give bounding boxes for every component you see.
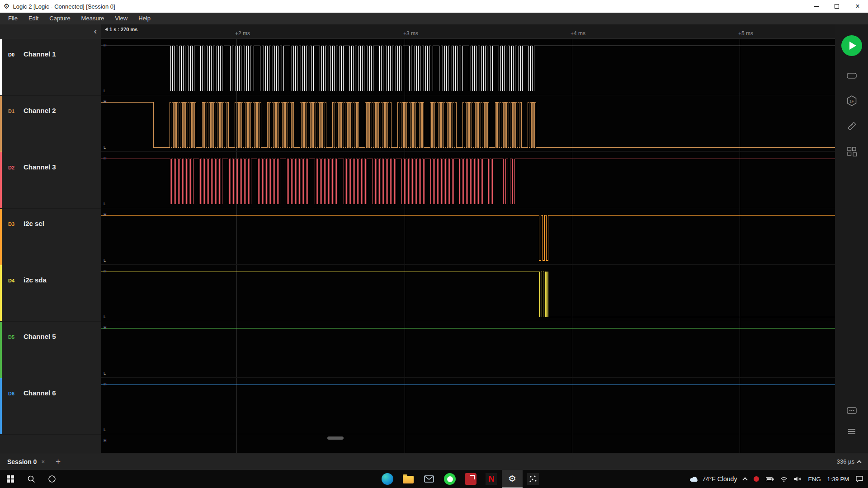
session-bar: Session 0 × + 336 µs (0, 453, 868, 470)
sidebar-header: ‹ (0, 24, 101, 39)
channel-item-2[interactable]: D1 Channel 2 (0, 95, 101, 152)
waveform-row-i2c-sda[interactable]: H L (101, 265, 835, 321)
waveform-row-channel-5[interactable]: H L (101, 321, 835, 378)
amd-icon (465, 473, 476, 485)
channel-color-strip (0, 39, 2, 95)
close-button[interactable]: × (847, 0, 868, 13)
right-toolbar: 1F (835, 24, 868, 453)
taskbar-app-mail[interactable] (419, 470, 439, 488)
chat-icon (846, 405, 858, 417)
hamburger-icon (846, 426, 858, 437)
channel-did: D0 (8, 52, 14, 57)
main-area: ‹ D0 Channel 1 D1 Channel 2 D2 Channel 3… (0, 24, 868, 453)
menu-file[interactable]: File (3, 13, 23, 24)
dots-app-icon (527, 473, 539, 485)
waveform-row-channel-3[interactable]: H L (101, 152, 835, 208)
channel-color-strip (0, 322, 2, 378)
high-marker: H (104, 325, 107, 330)
folder-icon (403, 476, 414, 483)
waveform-row-i2c-scl[interactable]: H L (101, 208, 835, 265)
channel-item-scl[interactable]: D3 i2c scl (0, 208, 101, 265)
menu-help[interactable]: Help (133, 13, 156, 24)
mail-icon (424, 475, 434, 483)
windows-taskbar: N ⚙ 74°F Cloudy (0, 470, 868, 488)
minimize-button[interactable] (806, 0, 826, 13)
channel-item-sda[interactable]: D4 i2c sda (0, 265, 101, 321)
taskbar-app-explorer[interactable] (398, 470, 419, 488)
search-button[interactable] (21, 470, 42, 488)
start-capture-button[interactable] (841, 35, 862, 56)
time-marker: +2 ms (235, 30, 250, 37)
session-tab-close-icon[interactable]: × (41, 458, 45, 465)
channel-item-1[interactable]: D0 Channel 1 (0, 39, 101, 95)
channel-item-5[interactable]: D5 Channel 5 (0, 321, 101, 378)
taskbar-app-misc[interactable] (523, 470, 543, 488)
cortana-button[interactable] (42, 470, 62, 488)
language-indicator[interactable]: ENG (808, 476, 821, 483)
high-marker: H (104, 156, 107, 160)
annotations-button[interactable] (846, 405, 858, 417)
cortana-icon (48, 475, 56, 483)
titlebar: ⚙ Logic 2 [Logic - Connected] [Session 0… (0, 0, 868, 13)
collapse-sidebar-button[interactable]: ‹ (94, 26, 97, 37)
start-button[interactable] (0, 470, 21, 488)
channel-did: D5 (8, 334, 14, 340)
waveform-channel-1 (101, 39, 835, 95)
menu-edit[interactable]: Edit (23, 13, 44, 24)
measure-button[interactable] (846, 120, 858, 132)
channel-item-6[interactable]: D6 Channel 6 (0, 378, 101, 434)
wifi-icon[interactable] (780, 476, 788, 482)
amd-tray-icon[interactable] (753, 476, 760, 482)
waveform-row-channel-6[interactable]: H L (101, 378, 835, 434)
waveform-channel-5 (101, 321, 835, 378)
channel-item-3[interactable]: D2 Channel 3 (0, 152, 101, 208)
channel-name: i2c scl (24, 220, 44, 227)
window-controls: × (806, 0, 868, 13)
channel-color-strip (0, 152, 2, 208)
taskbar-app-whatsapp[interactable] (439, 470, 460, 488)
waveform-row-channel-1[interactable]: H L (101, 39, 835, 95)
trigger-button[interactable]: 1F (846, 95, 858, 107)
low-marker: L (104, 258, 106, 263)
taskbar-app-logic[interactable]: ⚙ (502, 470, 523, 488)
channel-name: Channel 2 (24, 107, 56, 114)
channel-did: D4 (8, 278, 14, 283)
taskbar-app-edge[interactable] (377, 470, 398, 488)
high-marker: H (104, 99, 107, 104)
taskbar-app-amd[interactable] (460, 470, 481, 488)
menu-measure[interactable]: Measure (76, 13, 110, 24)
channel-name: Channel 6 (24, 389, 56, 397)
timeline-header[interactable]: 1 s : 270 ms +2 ms+3 ms+4 ms+5 ms (101, 24, 835, 39)
add-session-button[interactable]: + (56, 457, 61, 466)
ruler-icon (846, 120, 858, 132)
session-tab-label: Session 0 (7, 458, 37, 465)
menu-button[interactable] (846, 426, 858, 437)
waveform-row-partial: H (101, 434, 835, 453)
chevron-up-icon (857, 460, 862, 465)
device-settings-button[interactable] (846, 70, 858, 81)
channel-name: i2c sda (24, 276, 47, 284)
channel-did: D3 (8, 221, 14, 227)
edge-icon (382, 473, 393, 485)
menu-view[interactable]: View (109, 13, 133, 24)
volume-muted-icon[interactable] (794, 476, 802, 482)
taskbar-weather[interactable]: 74°F Cloudy (689, 475, 737, 483)
waveform-row-channel-2[interactable]: H L (101, 95, 835, 152)
clock[interactable]: 1:39 PM (827, 476, 849, 483)
high-marker: H (104, 43, 107, 47)
menu-capture[interactable]: Capture (44, 13, 75, 24)
taskbar-app-netflix[interactable]: N (481, 470, 502, 488)
window-range-toggle[interactable]: 336 µs (837, 458, 861, 465)
high-marker: H (104, 382, 107, 386)
horizontal-scrollbar-thumb[interactable] (327, 436, 344, 440)
session-tab[interactable]: Session 0 × (7, 458, 45, 465)
device-icon (846, 70, 858, 81)
weather-text: 74°F Cloudy (702, 475, 737, 483)
battery-icon[interactable] (766, 477, 774, 482)
channel-color-strip (0, 96, 2, 152)
action-center-button[interactable] (855, 475, 863, 483)
maximize-button[interactable] (826, 0, 847, 13)
hidden-icons-chevron[interactable] (743, 477, 748, 482)
extensions-button[interactable] (846, 145, 858, 157)
channel-name: Channel 1 (24, 50, 56, 58)
